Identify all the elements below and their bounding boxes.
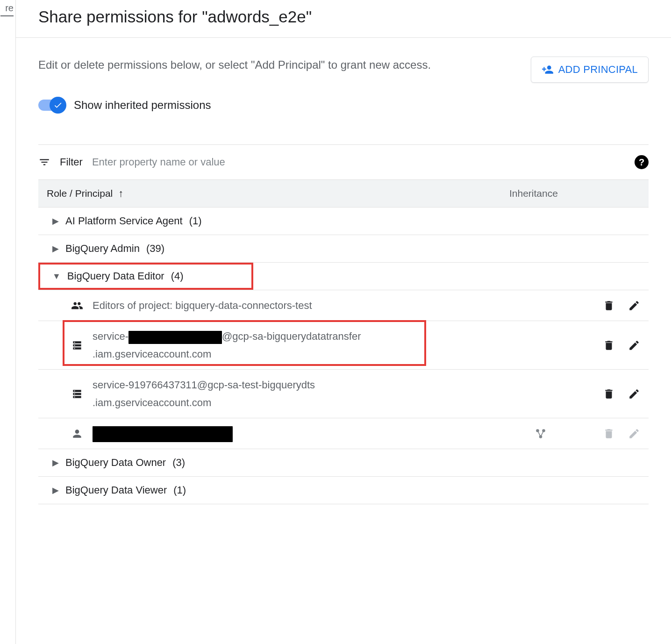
filter-label: Filter bbox=[60, 156, 83, 168]
role-row-bq-data-editor-wrapper: ▼ BigQuery Data Editor (4) bbox=[38, 263, 649, 290]
panel-description: Edit or delete permissions below, or sel… bbox=[38, 57, 520, 73]
table-header: Role / Principal ↑ Inheritance bbox=[38, 179, 649, 208]
redacted-segment bbox=[128, 331, 222, 344]
svg-point-3 bbox=[74, 390, 75, 391]
help-icon[interactable]: ? bbox=[635, 155, 649, 169]
left-rail: re bbox=[0, 0, 16, 644]
delete-button[interactable] bbox=[603, 339, 615, 351]
principal-row-editors-group: Editors of project: bigquery-data-connec… bbox=[38, 290, 649, 321]
svg-point-2 bbox=[74, 348, 75, 349]
edit-button[interactable] bbox=[628, 300, 640, 312]
svg-point-4 bbox=[74, 393, 75, 394]
expand-icon: ▶ bbox=[52, 458, 59, 468]
column-role-principal[interactable]: Role / Principal ↑ bbox=[47, 187, 509, 200]
permissions-panel: Share permissions for "adwords_e2e" Edit… bbox=[16, 0, 671, 644]
expand-icon: ▶ bbox=[52, 485, 59, 495]
delete-button[interactable] bbox=[603, 300, 615, 312]
add-person-icon bbox=[542, 64, 554, 76]
edit-button[interactable] bbox=[628, 339, 640, 351]
delete-button[interactable] bbox=[603, 388, 615, 400]
toggle-label: Show inherited permissions bbox=[74, 99, 211, 112]
add-principal-button[interactable]: ADD PRINCIPAL bbox=[531, 57, 649, 83]
filter-input[interactable]: Enter property name or value bbox=[92, 156, 625, 168]
role-row-bq-data-viewer[interactable]: ▶ BigQuery Data Viewer (1) bbox=[38, 477, 649, 504]
left-rail-text: re bbox=[5, 3, 14, 13]
role-row-bq-data-editor[interactable]: ▼ BigQuery Data Editor (4) bbox=[38, 263, 253, 290]
role-row-bq-admin[interactable]: ▶ BigQuery Admin (39) bbox=[38, 235, 649, 263]
panel-title: Share permissions for "adwords_e2e" bbox=[16, 0, 671, 38]
add-principal-label: ADD PRINCIPAL bbox=[558, 64, 638, 76]
redacted-segment bbox=[93, 426, 233, 442]
expand-icon: ▶ bbox=[52, 243, 59, 254]
role-row-ai-platform[interactable]: ▶ AI Platform Service Agent (1) bbox=[38, 208, 649, 235]
group-icon bbox=[71, 300, 83, 312]
collapse-icon: ▼ bbox=[52, 272, 61, 281]
svg-point-8 bbox=[539, 435, 543, 438]
edit-button bbox=[628, 428, 640, 440]
delete-button bbox=[603, 428, 615, 440]
principal-row-service-account-redacted: service-@gcp-sa-bigquerydatatransfer .ia… bbox=[38, 321, 649, 370]
svg-point-6 bbox=[536, 429, 539, 432]
inheritance-icon bbox=[535, 428, 547, 440]
principal-row-user-redacted bbox=[38, 418, 649, 449]
edit-button[interactable] bbox=[628, 388, 640, 400]
show-inherited-toggle[interactable] bbox=[38, 100, 64, 111]
principal-label: Editors of project: bigquery-data-connec… bbox=[93, 300, 312, 311]
filter-icon bbox=[38, 156, 50, 168]
column-inheritance: Inheritance bbox=[509, 188, 640, 199]
svg-point-0 bbox=[74, 342, 75, 343]
principal-row-service-account-test: service-919766437311@gcp-sa-test-bigquer… bbox=[38, 370, 649, 418]
service-account-icon bbox=[71, 339, 83, 351]
service-account-icon bbox=[71, 388, 83, 400]
role-row-bq-data-owner[interactable]: ▶ BigQuery Data Owner (3) bbox=[38, 449, 649, 477]
sort-ascending-icon: ↑ bbox=[118, 187, 123, 200]
svg-point-1 bbox=[74, 345, 75, 346]
svg-point-7 bbox=[542, 429, 545, 432]
person-icon bbox=[71, 428, 83, 440]
expand-icon: ▶ bbox=[52, 216, 59, 226]
svg-point-5 bbox=[74, 396, 75, 397]
